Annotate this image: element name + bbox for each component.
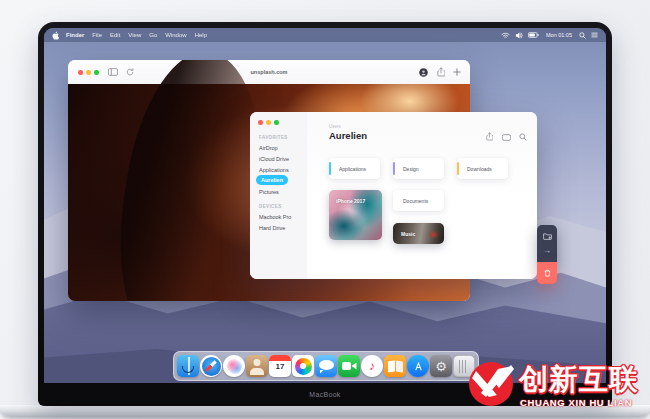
menu-item-window[interactable]: Window — [165, 32, 186, 38]
folder-accent — [329, 162, 331, 175]
menu-item-finder[interactable]: Finder — [66, 32, 84, 38]
dock-facetime-icon[interactable] — [338, 355, 360, 377]
desktop-mockup: Finder File Edit View Go Window Help — [0, 0, 650, 419]
sidebar-item-macbook-pro[interactable]: Macbook Pro — [259, 214, 291, 220]
laptop-screen: Finder File Edit View Go Window Help — [38, 22, 612, 406]
sidebar-item-airdrop[interactable]: AirDrop — [259, 145, 278, 151]
dock-settings-icon[interactable] — [430, 355, 452, 377]
dock-finder-icon[interactable] — [177, 355, 199, 377]
page-title: Aurelien — [329, 130, 367, 141]
finder-content: Users Aurelien Applications — [307, 112, 537, 279]
upload-icon[interactable] — [486, 132, 493, 141]
folder-card-design[interactable]: Design — [393, 158, 444, 179]
trash-icon — [544, 269, 551, 277]
menu-item-file[interactable]: File — [92, 32, 102, 38]
folder-label: Documents — [403, 198, 428, 204]
dock-books-icon[interactable] — [384, 355, 406, 377]
folder-accent — [393, 162, 395, 175]
sidebar-section-favorites: FAVORITES — [259, 135, 288, 140]
folder-label: iPhone 2017 — [336, 198, 365, 204]
folder-card-downloads[interactable]: Downloads — [457, 158, 508, 179]
clock[interactable]: Mon 01:05 — [546, 32, 572, 38]
volume-icon[interactable] — [515, 32, 523, 39]
search-icon[interactable] — [519, 133, 527, 141]
screen-display: Finder File Edit View Go Window Help — [44, 28, 606, 383]
dock-calendar-icon[interactable]: 17 — [269, 355, 291, 377]
zoom-button[interactable] — [94, 70, 99, 75]
finder-sidebar: FAVORITES AirDrop iCloud Drive Applicati… — [250, 112, 308, 279]
watermark-logo — [466, 358, 516, 408]
sidebar-toggle-icon[interactable] — [108, 68, 118, 76]
delete-button[interactable] — [537, 262, 557, 284]
image-folder-music[interactable]: Music — [393, 223, 444, 244]
minimize-button[interactable] — [266, 120, 271, 125]
folder-card-documents[interactable]: Documents — [393, 190, 444, 211]
new-folder-button[interactable] — [543, 232, 552, 240]
wifi-icon[interactable] — [501, 32, 510, 39]
calendar-day: 17 — [269, 362, 291, 371]
browser-toolbar: unsplash.com — [68, 60, 470, 85]
watermark-pinyin-text: CHUANG XIN HU LIAN — [520, 397, 632, 408]
folder-label: Downloads — [467, 166, 492, 172]
dock-music-icon[interactable] — [361, 355, 383, 377]
menu-item-help[interactable]: Help — [195, 32, 207, 38]
close-button[interactable] — [78, 70, 83, 75]
share-icon[interactable] — [437, 67, 445, 77]
dock: 17 — [173, 351, 479, 381]
browser-traffic-lights — [78, 70, 99, 75]
menu-bar: Finder File Edit View Go Window Help — [44, 28, 606, 42]
spotlight-search-icon[interactable] — [579, 32, 586, 39]
dock-siri-icon[interactable] — [223, 355, 245, 377]
folder-label: Applications — [339, 166, 366, 172]
folder-label: Music — [401, 231, 415, 237]
device-label: MacBook — [309, 391, 340, 398]
sidebar-item-aurelien-selected[interactable]: Aurelien — [256, 175, 288, 185]
folder-accent — [457, 162, 459, 175]
dock-messages-icon[interactable] — [315, 355, 337, 377]
breadcrumb: Users — [329, 124, 341, 129]
sidebar-item-icloud-drive[interactable]: iCloud Drive — [259, 156, 289, 162]
battery-icon[interactable] — [528, 32, 539, 38]
dock-contacts-icon[interactable] — [246, 355, 268, 377]
move-arrow-button[interactable]: → — [543, 247, 551, 255]
close-button[interactable] — [258, 120, 263, 125]
sidebar-item-hard-drive[interactable]: Hard Drive — [259, 225, 285, 231]
menu-item-view[interactable]: View — [128, 32, 141, 38]
menu-list-icon[interactable] — [591, 32, 598, 38]
action-bar-dark-section: → — [537, 225, 557, 262]
menu-item-edit[interactable]: Edit — [110, 32, 120, 38]
new-tab-icon[interactable] — [453, 68, 461, 76]
view-toggle-icon[interactable] — [502, 134, 511, 141]
reload-icon[interactable] — [126, 68, 134, 76]
menu-item-go[interactable]: Go — [149, 32, 157, 38]
folder-label: Design — [403, 166, 419, 172]
sidebar-section-devices: DEVICES — [259, 204, 282, 209]
watermark-chinese-text: 创新互联 — [519, 360, 639, 400]
minimize-button[interactable] — [86, 70, 91, 75]
dock-safari-icon[interactable] — [200, 355, 222, 377]
profile-icon[interactable] — [419, 68, 428, 77]
apple-menu-icon[interactable] — [52, 31, 59, 40]
sidebar-item-pictures[interactable]: Pictures — [259, 189, 279, 195]
finder-window: FAVORITES AirDrop iCloud Drive Applicati… — [250, 112, 537, 279]
image-folder-iphone-2017[interactable]: iPhone 2017 — [329, 190, 382, 240]
finder-traffic-lights — [258, 120, 279, 125]
dock-appstore-icon[interactable] — [407, 355, 429, 377]
sidebar-item-applications[interactable]: Applications — [259, 167, 289, 173]
folder-card-applications[interactable]: Applications — [329, 158, 380, 179]
floating-action-bar: → — [537, 225, 557, 284]
dock-photos-icon[interactable] — [292, 355, 314, 377]
zoom-button[interactable] — [274, 120, 279, 125]
